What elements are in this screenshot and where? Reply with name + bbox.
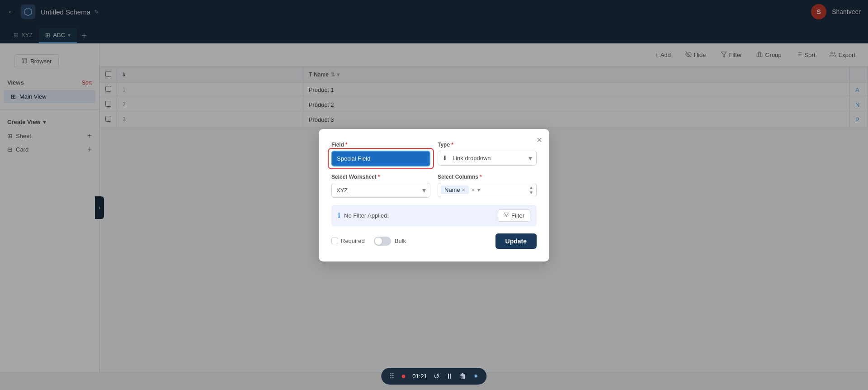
playback-time: 01:21 <box>412 373 427 380</box>
modal-bottom-row: Required Bulk Update <box>331 233 537 249</box>
columns-down-icon[interactable]: ▼ <box>529 190 533 195</box>
required-checkbox[interactable] <box>331 238 338 244</box>
filter-apply-button[interactable]: Filter <box>498 209 530 222</box>
columns-required-star: * <box>480 174 482 180</box>
columns-label: Select Columns * <box>438 174 537 180</box>
worksheet-select-wrapper: XYZ ▾ <box>331 183 430 198</box>
field-col: Field * <box>331 142 430 166</box>
columns-col: Select Columns * Name × × ▾ ▲ ▼ <box>438 174 537 198</box>
modal-close-button[interactable]: × <box>537 135 542 144</box>
worksheet-col: Select Worksheet * XYZ ▾ <box>331 174 430 198</box>
field-input-wrapper <box>331 151 430 166</box>
modal-overlay: × Field * Type * ⬇ <box>0 0 868 390</box>
modal-row-field-type: Field * Type * ⬇ Link dropdown <box>331 142 537 166</box>
playback-dots-icon: ⠿ <box>389 372 395 380</box>
modal-row-worksheet-columns: Select Worksheet * XYZ ▾ Select Columns … <box>331 174 537 198</box>
playback-delete-button[interactable]: 🗑 <box>459 372 467 380</box>
field-name-input[interactable] <box>331 151 430 166</box>
bulk-toggle-wrapper: Bulk <box>374 237 406 246</box>
info-icon: ℹ <box>338 211 340 220</box>
playback-rewind-button[interactable]: ↺ <box>434 372 439 380</box>
worksheet-required-star: * <box>378 174 380 180</box>
columns-up-icon[interactable]: ▲ <box>529 185 533 190</box>
columns-chevron-icon[interactable]: ▾ <box>477 187 480 193</box>
type-col: Type * ⬇ Link dropdown ▾ <box>438 142 537 166</box>
filter-notice-text: ℹ No Filter Applied! <box>338 211 389 220</box>
filter-btn-icon <box>504 212 509 219</box>
type-select[interactable]: Link dropdown <box>438 151 537 166</box>
update-button[interactable]: Update <box>495 233 537 249</box>
toggle-knob <box>375 238 382 245</box>
bulk-toggle[interactable] <box>374 237 391 246</box>
column-tag-name: Name × <box>441 185 469 194</box>
columns-clear-icon[interactable]: × <box>472 187 475 193</box>
field-required-star: * <box>345 142 348 148</box>
type-select-wrapper: ⬇ Link dropdown ▾ <box>438 151 537 166</box>
worksheet-label: Select Worksheet * <box>331 174 430 180</box>
playback-pause-button[interactable]: ⏸ <box>446 372 453 380</box>
columns-up-down: ▲ ▼ <box>529 185 533 195</box>
svg-marker-11 <box>504 213 509 217</box>
playback-bar: ⠿ ● 01:21 ↺ ⏸ 🗑 ✦ <box>381 368 486 385</box>
remove-column-tag-button[interactable]: × <box>462 187 465 193</box>
required-checkbox-label[interactable]: Required <box>331 238 365 244</box>
filter-notice: ℹ No Filter Applied! Filter <box>331 205 537 226</box>
modal-dialog: × Field * Type * ⬇ <box>319 129 549 262</box>
playback-record-icon: ● <box>401 371 406 381</box>
columns-select-wrapper: Name × × ▾ ▲ ▼ <box>438 183 537 197</box>
type-required-star: * <box>451 142 453 148</box>
type-label: Type * <box>438 142 537 148</box>
worksheet-select[interactable]: XYZ <box>331 183 430 198</box>
link-type-icon: ⬇ <box>442 154 448 162</box>
playback-sparkle-icon[interactable]: ✦ <box>473 372 479 380</box>
field-label: Field * <box>331 142 430 148</box>
modal-bottom-left: Required Bulk <box>331 237 406 246</box>
